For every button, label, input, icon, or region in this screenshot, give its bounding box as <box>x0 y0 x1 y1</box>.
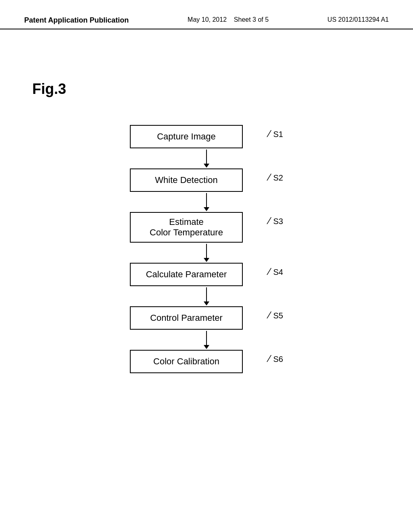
step-s6-label: ∕ S6 <box>269 353 283 364</box>
header-sheet: Sheet 3 of 5 <box>234 16 269 23</box>
arrow-head-4 <box>204 301 209 305</box>
step-s3-id: S3 <box>273 217 283 226</box>
arrow-line-4 <box>206 287 207 301</box>
step-s1-id: S1 <box>273 130 283 139</box>
header-date: May 10, 2012 <box>188 16 227 23</box>
flow-step-s5: Control Parameter ∕ S5 <box>130 306 283 330</box>
step-s3-box: Estimate Color Temperature <box>130 212 243 243</box>
step-s2-text: White Detection <box>155 175 217 185</box>
step-s4-text: Calculate Parameter <box>146 269 227 279</box>
arrow-4 <box>150 286 263 306</box>
step-s4-id: S4 <box>273 268 283 276</box>
step-s6-text: Color Calibration <box>153 356 219 366</box>
step-s5-text: Control Parameter <box>150 313 223 323</box>
arrow-line-1 <box>206 150 207 164</box>
flow-step-s1: Capture Image ∕ S1 <box>130 125 283 148</box>
step-s3-text-line2: Color Temperature <box>139 227 234 238</box>
step-s5-box: Control Parameter <box>130 306 243 330</box>
step-s3-label: ∕ S3 <box>269 215 283 227</box>
flowchart: Capture Image ∕ S1 White Detection ∕ S2 … <box>130 125 283 373</box>
arrow-head-5 <box>204 345 209 349</box>
step-s1-box: Capture Image <box>130 125 243 148</box>
arrow-head-2 <box>204 207 209 211</box>
step-s1-text: Capture Image <box>157 131 216 141</box>
page-header: Patent Application Publication May 10, 2… <box>0 0 413 29</box>
step-s1-label: ∕ S1 <box>269 128 283 139</box>
arrow-line-2 <box>206 193 207 207</box>
patent-number: US 2012/0113294 A1 <box>327 16 389 23</box>
arrow-2 <box>150 192 263 212</box>
step-s4-label: ∕ S4 <box>269 266 283 277</box>
step-s5-label: ∕ S5 <box>269 310 283 321</box>
arrow-line-5 <box>206 331 207 345</box>
step-s4-box: Calculate Parameter <box>130 263 243 286</box>
publication-label: Patent Application Publication <box>24 16 129 25</box>
step-s5-id: S5 <box>273 311 283 320</box>
step-s2-id: S2 <box>273 173 283 182</box>
step-s6-box: Color Calibration <box>130 350 243 373</box>
header-date-sheet: May 10, 2012 Sheet 3 of 5 <box>188 16 269 23</box>
flow-step-s2: White Detection ∕ S2 <box>130 168 283 192</box>
arrow-line-3 <box>206 244 207 258</box>
arrow-head-3 <box>204 258 209 262</box>
step-s3-text-line1: Estimate <box>139 217 234 227</box>
flow-step-s3: Estimate Color Temperature ∕ S3 <box>130 212 283 243</box>
arrow-5 <box>150 330 263 350</box>
figure-label: Fig.3 <box>32 81 66 98</box>
arrow-head-1 <box>204 164 209 168</box>
flow-step-s4: Calculate Parameter ∕ S4 <box>130 263 283 286</box>
step-s2-box: White Detection <box>130 168 243 192</box>
step-s2-label: ∕ S2 <box>269 172 283 183</box>
step-s6-id: S6 <box>273 355 283 364</box>
arrow-3 <box>150 243 263 263</box>
arrow-1 <box>150 148 263 168</box>
flow-step-s6: Color Calibration ∕ S6 <box>130 350 283 373</box>
